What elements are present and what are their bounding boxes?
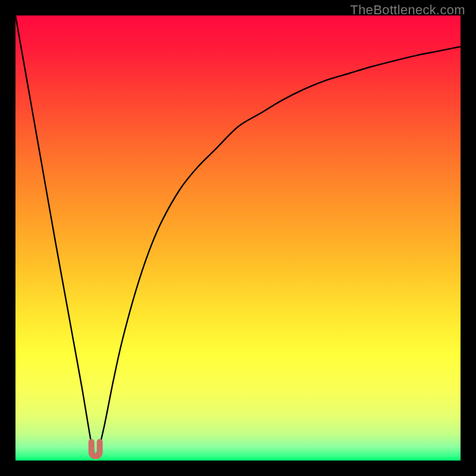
bottleneck-curve	[15, 15, 461, 455]
curve-layer	[15, 15, 461, 461]
chart-frame: TheBottleneck.com	[0, 0, 476, 476]
minimum-marker	[92, 442, 100, 456]
watermark-text: TheBottleneck.com	[350, 2, 465, 18]
chart-plot-area	[15, 15, 461, 461]
